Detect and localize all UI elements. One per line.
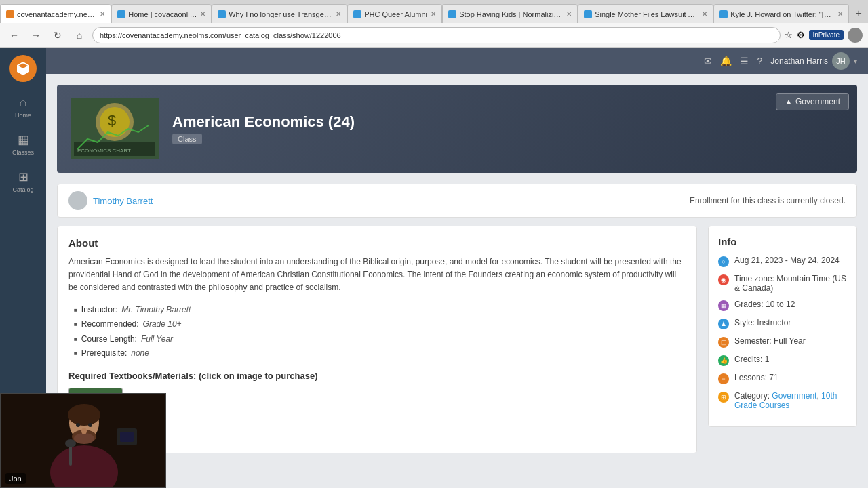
tab-label: Why I no longer use Transgend...	[229, 10, 333, 18]
mail-icon[interactable]: ✉	[704, 56, 712, 66]
info-category-text: Category: Government, 10th Grade Courses	[734, 391, 847, 410]
main-content: ✉ 🔔 ☰ ? Jonathan Harris JH ▾	[46, 48, 868, 488]
instructor-name-link[interactable]: Timothy Barrett	[93, 196, 153, 206]
course-badge: Class	[172, 134, 202, 144]
chevron-up-icon: ▲	[785, 97, 793, 106]
tab-favicon	[353, 10, 361, 18]
info-row-style: ♟ Style: Instructor	[718, 318, 847, 329]
svg-point-17	[76, 423, 80, 427]
instructor-avatar	[68, 191, 87, 210]
lessons-icon: ≡	[718, 373, 729, 384]
svg-point-16	[74, 433, 94, 444]
sidebar-item-catalog[interactable]: ⊞ Catalog	[0, 164, 46, 199]
detail-value-0: Mr. Timothy Barrett	[121, 303, 191, 318]
svg-point-18	[88, 423, 92, 427]
instructor-info: Timothy Barrett	[68, 191, 153, 210]
tab-3[interactable]: Why I no longer use Transgend... ✕	[212, 4, 347, 23]
menu-icon[interactable]: ☰	[740, 56, 749, 66]
tab-label: Kyle J. Howard on Twitter: "[T]...	[730, 10, 835, 18]
list-item-prerequisite: Prerequisite: none	[74, 346, 686, 361]
detail-label-1: Recommended:	[81, 317, 139, 332]
course-header: $ ECONOMICS CHART American Economics (24…	[57, 85, 857, 173]
svg-point-13	[65, 439, 76, 447]
tab-active[interactable]: covenantacademy.neo... ✕	[0, 4, 111, 23]
browser-user-icon[interactable]	[848, 28, 863, 43]
back-button[interactable]: ←	[5, 26, 23, 44]
info-col: Info ○ Aug 21, 2023 - May 24, 2024 ◉ Tim…	[708, 226, 857, 453]
tab-label: PHC Queer Alumni	[364, 10, 428, 18]
svg-point-19	[81, 428, 87, 434]
info-row-timezone: ◉ Time zone: Mountain Time (US & Canada)	[718, 274, 847, 293]
svg-point-9	[68, 404, 100, 426]
tab-favicon	[117, 10, 125, 18]
catalog-icon: ⊞	[18, 169, 28, 184]
detail-label-3: Prerequisite:	[81, 346, 127, 361]
info-row-dates: ○ Aug 21, 2023 - May 24, 2024	[718, 256, 847, 267]
svg-rect-15	[120, 432, 134, 442]
tab-6[interactable]: Single Mother Files Lawsuit Aft... ✕	[578, 4, 713, 23]
tab-2[interactable]: Home | covacaonline ✕	[111, 4, 212, 23]
list-item-recommended: Recommended: Grade 10+	[74, 317, 686, 332]
new-tab-button[interactable]: +	[849, 4, 868, 23]
course-info: American Economics (24) Class	[172, 113, 844, 144]
style-icon: ♟	[718, 319, 729, 329]
home-icon: ⌂	[20, 96, 27, 110]
tab-close-icon[interactable]: ✕	[566, 10, 572, 18]
govt-link[interactable]: Government	[772, 391, 816, 401]
forward-button[interactable]: →	[27, 26, 45, 44]
bookmark-icon[interactable]: ☆	[785, 30, 793, 40]
info-row-lessons: ≡ Lessons: 71	[718, 373, 847, 384]
tab-7[interactable]: Kyle J. Howard on Twitter: "[T]... ✕	[713, 4, 849, 23]
course-title: American Economics (24)	[172, 113, 844, 131]
info-row-grades: ▦ Grades: 10 to 12	[718, 300, 847, 311]
enrollment-status: Enrollment for this class is currently c…	[690, 196, 846, 205]
info-dates: Aug 21, 2023 - May 24, 2024	[734, 256, 840, 265]
tab-close-icon[interactable]: ✕	[100, 10, 105, 18]
video-overlay: Jon	[0, 393, 166, 488]
tab-favicon	[719, 10, 728, 18]
help-icon[interactable]: ?	[757, 56, 762, 66]
government-label: Government	[795, 97, 840, 106]
detail-value-3: none	[131, 346, 149, 361]
video-person	[1, 394, 165, 487]
materials-title: Required Textbooks/Materials: (click on …	[68, 371, 686, 381]
bell-icon[interactable]: 🔔	[720, 56, 732, 66]
info-timezone: Time zone: Mountain Time (US & Canada)	[734, 274, 847, 293]
two-col: About American Economics is designed to …	[57, 226, 857, 453]
tab-close-icon[interactable]: ✕	[200, 10, 205, 18]
sidebar-logo[interactable]	[9, 55, 37, 82]
address-text: https://covenantacademy.neolms.com/user_…	[100, 31, 341, 39]
user-avatar[interactable]: JH	[832, 52, 850, 70]
tab-4[interactable]: PHC Queer Alumni ✕	[347, 4, 442, 23]
info-style: Style: Instructor	[734, 318, 791, 327]
tab-close-icon[interactable]: ✕	[837, 10, 843, 18]
info-title: Info	[718, 236, 847, 247]
tab-close-icon[interactable]: ✕	[336, 10, 341, 18]
timezone-icon: ◉	[718, 274, 729, 285]
info-semester: Semester: Full Year	[734, 336, 806, 346]
semester-icon: ◫	[718, 337, 729, 348]
settings-icon[interactable]: ⚙	[797, 30, 805, 40]
address-bar[interactable]: https://covenantacademy.neolms.com/user_…	[92, 27, 781, 43]
list-item-instructor: Instructor: Mr. Timothy Barrett	[74, 303, 686, 318]
sidebar-item-home[interactable]: ⌂ Home	[0, 90, 46, 124]
tab-5[interactable]: Stop Having Kids | Normalizing... ✕	[442, 4, 578, 23]
government-button[interactable]: ▲ Government	[776, 93, 849, 110]
tab-close-icon[interactable]: ✕	[431, 10, 436, 18]
tab-label: Single Mother Files Lawsuit Aft...	[595, 10, 699, 18]
sidebar-item-classes[interactable]: ▦ Classes	[0, 127, 46, 161]
tab-close-icon[interactable]: ✕	[702, 10, 707, 18]
tab-label: Home | covacaonline	[128, 10, 197, 18]
chevron-down-icon[interactable]: ▾	[854, 58, 857, 65]
info-row-credits: 👍 Credits: 1	[718, 354, 847, 366]
top-header-bar: ✉ 🔔 ☰ ? Jonathan Harris JH ▾	[46, 48, 868, 74]
nav-bar: ← → ↻ ⌂ https://covenantacademy.neolms.c…	[0, 23, 868, 47]
video-name-tag: Jon	[5, 473, 26, 484]
classes-icon: ▦	[18, 132, 29, 147]
home-button[interactable]: ⌂	[71, 26, 88, 44]
refresh-button[interactable]: ↻	[49, 26, 66, 44]
tab-favicon	[448, 10, 456, 18]
list-item-course-length: Course Length: Full Year	[74, 332, 686, 347]
credits-icon: 👍	[718, 355, 729, 366]
sidebar-item-catalog-label: Catalog	[12, 186, 33, 193]
